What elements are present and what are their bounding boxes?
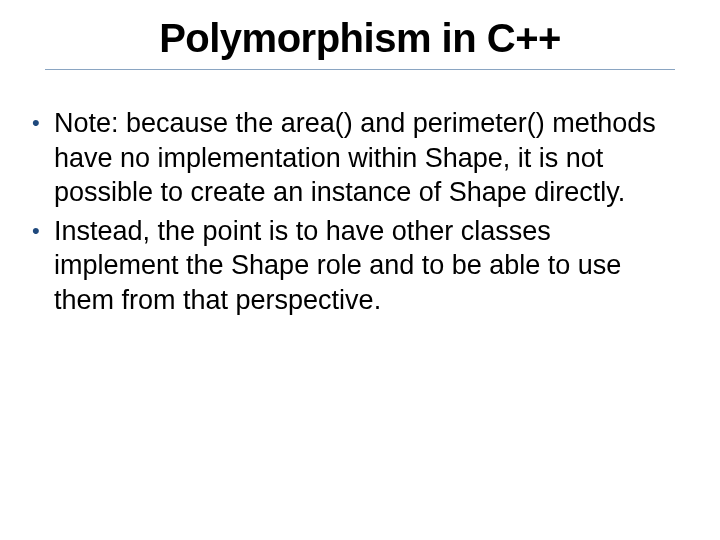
content-area: Note: because the area() and perimeter()… xyxy=(0,78,720,317)
title-underline xyxy=(45,69,675,70)
list-item: Note: because the area() and perimeter()… xyxy=(28,106,680,210)
list-item: Instead, the point is to have other clas… xyxy=(28,214,680,318)
bullet-list: Note: because the area() and perimeter()… xyxy=(28,106,680,317)
title-container: Polymorphism in C++ xyxy=(0,0,720,78)
slide-title: Polymorphism in C++ xyxy=(0,16,720,61)
